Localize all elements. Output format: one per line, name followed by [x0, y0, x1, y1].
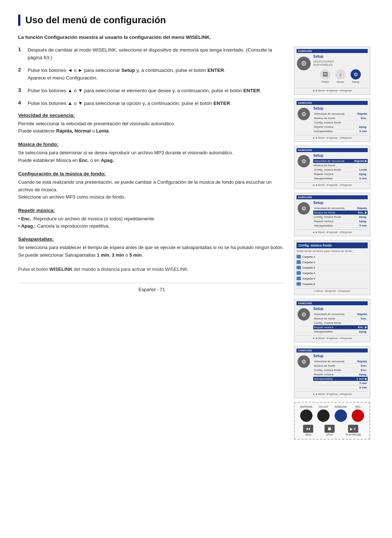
screen-7-gear-area: ⚙ — [297, 354, 311, 390]
remote-stop-btn[interactable]: ⏹ — [324, 425, 335, 433]
folder-icon-4 — [297, 271, 301, 275]
section-musica: Música de fondo: Se selecciona para dete… — [18, 142, 285, 164]
gear-icon-2: ⚙ — [298, 108, 310, 120]
screen-2-settings: Setup Velocidad de secuenciaRápida Músic… — [313, 106, 368, 134]
step-num-3: 3 — [18, 87, 24, 95]
setup-row-3-3: Config. música fondoLenta — [313, 168, 368, 172]
setup-row-7-4: Repetir músicaApag. — [313, 372, 368, 377]
step-text-4: Pulse los botones ▲ o ▼ para seleccionar… — [28, 100, 232, 107]
folder-icon-3 — [297, 266, 301, 269]
folder-icon-1 — [297, 255, 301, 258]
step-text-3: Pulse los botones ▲ o ▼ para seleccionar… — [28, 87, 261, 95]
section-title-repetir: Repetir música: — [18, 208, 285, 213]
photo-label: Photo — [322, 80, 329, 83]
setup-row-7-1: Velocidad de secuenciaRápida — [313, 359, 368, 364]
gear-icon-1: ⚙ — [297, 57, 311, 70]
screen-1-icons: 🖼 Photo ♪ Music ⚙ Setup — [313, 69, 368, 83]
setup-row-6-2: Música de fondoEnc. — [313, 317, 368, 321]
screen-6-body: ⚙ Setup Velocidad de secuenciaRápida Mús… — [297, 307, 368, 334]
remote-wiselink-label: WISELINK — [335, 405, 347, 408]
screen-6-gear-area: ⚙ — [297, 307, 311, 334]
remote-wiselink-btn[interactable] — [335, 409, 347, 422]
step-num-1: 1 — [18, 46, 24, 62]
setup-row-7-5: Salvapantallas1 min ▶ — [313, 377, 368, 381]
setup-row-7-2: Música de fondoEnc. — [313, 364, 368, 368]
gear-icon-3: ⚙ — [298, 155, 310, 167]
screen-5-nav: ≡ Mover ⊕Imprimir ⊙Regresar — [297, 288, 368, 293]
remote-rew-col: ⏮ REW — [303, 425, 313, 436]
screen-1-right: Setup SELECCIONESDISPONIBLES 🖼 Photo ♪ M… — [313, 54, 368, 86]
remote-wiselink-col: WISELINK — [335, 405, 347, 423]
remote-rew-btn[interactable]: ⏮ — [303, 425, 313, 433]
screen-7-header: SAMSUNG — [297, 349, 368, 352]
samsung-logo-2: SAMSUNG — [298, 102, 312, 104]
setup-row-4-5: Salvapantallas5 min — [313, 224, 368, 228]
gear-icon-4: ⚙ — [298, 202, 310, 215]
setup-row-6-3: Config. música fondo — [313, 321, 368, 325]
screen-6: SAMSUNG ⚙ Setup Velocidad de secuenciaRá… — [294, 299, 370, 342]
screen-7-body: ⚙ Setup Velocidad de secuenciaRápida Mús… — [297, 354, 368, 390]
screen-4: SAMSUNG ⚙ Setup Velocidad de secuenciaRá… — [294, 193, 370, 236]
folder-label-1: Carpeta 1 — [302, 255, 315, 258]
folder-label-2: Carpeta 2 — [302, 261, 315, 264]
setup-row-2-5: Salvapantallas5 min — [313, 129, 368, 134]
screen-2: SAMSUNG ⚙ Setup Velocidad de secuenciaRá… — [294, 98, 370, 142]
icon-music: ♪ Music — [335, 69, 346, 83]
remote-antenna-btn[interactable] — [300, 409, 313, 422]
gear-icon-6: ⚙ — [298, 308, 310, 321]
page-number: Español - 71 — [18, 283, 285, 292]
folder-label-3: Carpeta 3 — [302, 266, 315, 269]
screen-1-nav: ◄ ►Mover ⊕Ingresar ⊙Regresar — [297, 88, 368, 92]
step-text-1: Después de cambiar al modo WISELINK, sel… — [28, 46, 285, 62]
folder-icon-2 — [297, 260, 301, 264]
screen-1-subtitle: SELECCIONESDISPONIBLES — [313, 60, 368, 66]
screen-3-nav: ◄ ►Mover ⊕Ingresar ⊙Regresar — [297, 182, 368, 187]
samsung-logo-6: SAMSUNG — [298, 302, 312, 305]
step-1: 1 Después de cambiar al modo WISELINK, s… — [18, 46, 285, 62]
screen-5-header: Config. música fondo — [297, 242, 368, 248]
step-text-2: Pulse los botones ◄ o ► para seleccionar… — [28, 67, 225, 82]
section-text-config-musica: Cuando se está realizando una presentaci… — [18, 179, 285, 201]
section-title-config-musica: Configuración de la música de fondo: — [18, 171, 285, 176]
setup-row-2-3: Config. música fondo — [313, 121, 368, 125]
step-4: 4 Pulse los botones ▲ o ▼ para seleccion… — [18, 100, 285, 107]
setup-row-3-1: Velocidad de secuenciaRápida ▶ — [313, 159, 368, 163]
samsung-logo-3: SAMSUNG — [298, 149, 312, 151]
setup-row-2-2: Música de fondoEnc. — [313, 116, 368, 121]
step-list: 1 Después de cambiar al modo WISELINK, s… — [18, 46, 285, 107]
folder-label-5: Carpeta 5 — [302, 277, 315, 280]
remote-rec-label: REC — [355, 405, 361, 408]
folder-1: Carpeta 1 — [297, 254, 368, 260]
remote-stop-col: ⏹ STOP — [324, 425, 335, 436]
remote-antenna-col: ANTENNA — [300, 405, 313, 423]
remote-rec-btn[interactable] — [352, 409, 364, 422]
setup-row-4-2: Música de fondoEnc. ▶ — [313, 211, 368, 215]
right-column: SAMSUNG ⚙ Setup SELECCIONESDISPONIBLES 🖼… — [294, 46, 374, 440]
step-2: 2 Pulse los botones ◄ o ► para seleccion… — [18, 67, 285, 82]
remote-playpause-btn[interactable]: ▶⏸ — [348, 425, 358, 433]
photo-icon: 🖼 — [320, 69, 330, 80]
samsung-logo-7: SAMSUNG — [298, 349, 312, 352]
section-salvapantallas: Salvapantallas: Se selecciona para estab… — [18, 236, 285, 259]
setup-icon: ⚙ — [351, 69, 361, 80]
screen-3: SAMSUNG ⚙ Setup Velocidad de secuenciaRá… — [294, 146, 370, 189]
remote-chlist-btn[interactable] — [317, 409, 330, 422]
screen-4-header: SAMSUNG — [297, 195, 368, 199]
section-title-musica: Música de fondo: — [18, 142, 285, 147]
screen-4-settings: Setup Velocidad de secuenciaRápida Músic… — [313, 201, 368, 228]
setup-row-7-extra2: 5 min — [313, 386, 368, 390]
setup-row-6-1: Velocidad de secuenciaRápida — [313, 312, 368, 317]
remote-rec-col: REC — [352, 405, 364, 423]
screen-1: SAMSUNG ⚙ Setup SELECCIONESDISPONIBLES 🖼… — [294, 46, 370, 95]
screen-6-title: Setup — [313, 307, 368, 311]
folder-4: Carpeta 4 — [297, 270, 368, 276]
remote-chlist-label: CH LIST — [319, 405, 328, 408]
gear-icon-7: ⚙ — [298, 355, 310, 368]
remote-chlist-col: CH LIST — [317, 405, 330, 423]
screen-4-nav: ◄ ►Mover ⊕Ingresar ⊙Regresar — [297, 229, 368, 234]
remote-antenna-label: ANTENNA — [300, 405, 312, 408]
screen-2-header: SAMSUNG — [297, 101, 368, 105]
screen-7: SAMSUNG ⚙ Setup Velocidad de secuenciaRá… — [294, 346, 370, 398]
step-3: 3 Pulse los botones ▲ o ▼ para seleccion… — [18, 87, 285, 95]
screen-4-gear-area: ⚙ — [297, 201, 311, 228]
